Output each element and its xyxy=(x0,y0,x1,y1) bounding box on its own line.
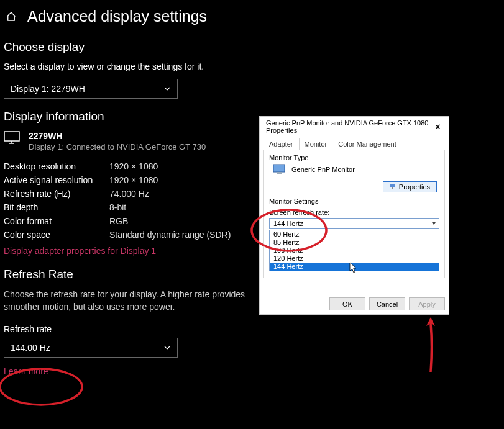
kv-val: 1920 × 1080 xyxy=(109,175,158,185)
kv-val: 8-bit xyxy=(109,202,126,212)
monitor-settings-label: Monitor Settings xyxy=(269,197,439,205)
refresh-rate-value: 144.00 Hz xyxy=(11,343,50,353)
kv-key: Color format xyxy=(4,216,109,226)
monitor-device-icon xyxy=(273,164,286,175)
display-name: 2279WH xyxy=(29,131,206,141)
refresh-combo[interactable]: 144 Hertz xyxy=(269,218,439,229)
tab-monitor[interactable]: Monitor xyxy=(299,138,333,150)
display-connect-info: Display 1: Connected to NVIDIA GeForce G… xyxy=(29,142,206,151)
refresh-rate-dropdown[interactable]: 144.00 Hz xyxy=(4,338,178,358)
screen-refresh-label: Screen refresh rate: xyxy=(269,209,439,216)
tab-color-management[interactable]: Color Management xyxy=(332,138,402,150)
monitor-type-label: Monitor Type xyxy=(269,154,439,161)
svg-rect-3 xyxy=(390,184,395,187)
properties-button[interactable]: Properties xyxy=(383,181,437,192)
properties-button-label: Properties xyxy=(399,183,430,191)
kv-key: Desktop resolution xyxy=(4,161,109,171)
refresh-combo-value: 144 Hertz xyxy=(273,220,303,227)
ok-button[interactable]: OK xyxy=(329,297,365,310)
refresh-rate-label: Refresh rate xyxy=(4,324,500,334)
adapter-properties-link[interactable]: Display adapter properties for Display 1 xyxy=(4,246,156,256)
close-icon[interactable]: ✕ xyxy=(432,122,444,132)
chevron-down-icon xyxy=(163,344,171,351)
kv-val: RGB xyxy=(109,216,128,226)
monitor-icon xyxy=(4,131,20,151)
home-icon[interactable] xyxy=(5,11,17,23)
choose-display-desc: Select a display to view or change the s… xyxy=(4,61,500,71)
header-bar: Advanced display settings xyxy=(0,0,504,40)
kv-key: Active signal resolution xyxy=(4,175,109,185)
list-item[interactable]: 100 Hertz xyxy=(270,246,439,255)
chevron-down-icon xyxy=(431,220,436,227)
kv-val: 1920 × 1080 xyxy=(109,161,158,171)
list-item[interactable]: 85 Hertz xyxy=(270,238,439,246)
svg-rect-4 xyxy=(392,187,393,189)
svg-rect-1 xyxy=(273,165,285,172)
monitor-type-value: Generic PnP Monitor xyxy=(291,166,355,173)
choose-display-heading: Choose display xyxy=(4,40,500,54)
display-select-dropdown[interactable]: Display 1: 2279WH xyxy=(4,79,178,99)
kv-key: Color space xyxy=(4,230,109,240)
learn-more-link[interactable]: Learn more xyxy=(4,366,48,376)
dialog-tabs: Adapter Monitor Color Management xyxy=(263,138,445,150)
cancel-button[interactable]: Cancel xyxy=(369,297,405,310)
list-item[interactable]: 60 Hertz xyxy=(270,230,439,238)
kv-key: Refresh rate (Hz) xyxy=(4,189,109,199)
svg-rect-0 xyxy=(4,132,19,141)
chevron-down-icon xyxy=(163,85,171,93)
tab-adapter[interactable]: Adapter xyxy=(263,138,299,150)
apply-button[interactable]: Apply xyxy=(409,297,445,310)
cursor-icon xyxy=(349,262,358,276)
kv-val: 74.000 Hz xyxy=(109,189,149,199)
svg-rect-2 xyxy=(277,172,282,174)
refresh-rate-desc: Choose the refresh rate for your display… xyxy=(4,289,259,313)
dialog-title: Generic PnP Monitor and NVIDIA GeForce G… xyxy=(266,119,432,134)
kv-key: Bit depth xyxy=(4,202,109,212)
kv-val: Standard dynamic range (SDR) xyxy=(109,230,231,240)
monitor-properties-dialog: Generic PnP Monitor and NVIDIA GeForce G… xyxy=(259,116,449,315)
page-title: Advanced display settings xyxy=(27,7,207,25)
display-select-value: Display 1: 2279WH xyxy=(11,84,85,94)
choose-display-section: Choose display Select a display to view … xyxy=(0,40,504,99)
